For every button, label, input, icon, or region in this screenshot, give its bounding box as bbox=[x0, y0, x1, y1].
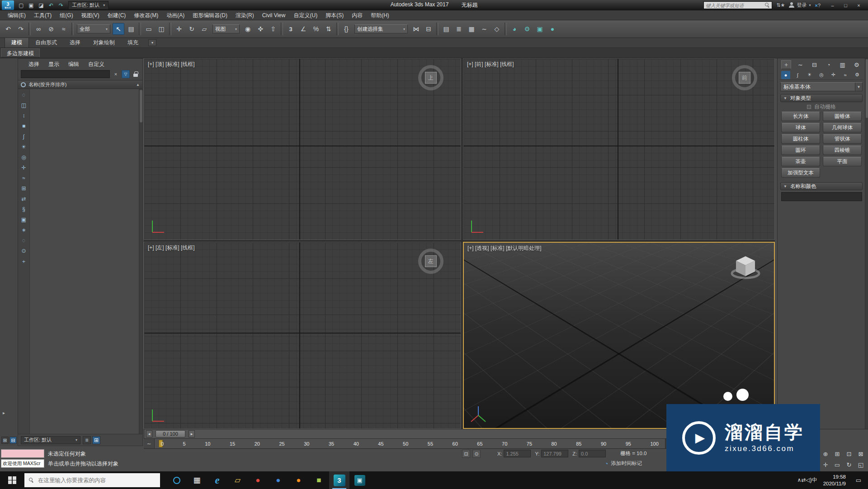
motion-tab-icon[interactable]: ◔ bbox=[824, 60, 834, 69]
primitive-button[interactable]: 圆锥体 bbox=[823, 112, 862, 121]
toolbar-separator[interactable] bbox=[436, 23, 439, 35]
ribbon-tab[interactable]: 对象绘制 bbox=[87, 38, 121, 47]
primitive-button[interactable]: 球体 bbox=[781, 123, 820, 132]
modify-tab-icon[interactable]: ∼ bbox=[795, 60, 805, 69]
ribbon-minimize-icon[interactable]: ▾ bbox=[148, 39, 156, 46]
scene-objects-list[interactable] bbox=[30, 89, 139, 434]
add-time-tag-button[interactable]: ◔ 添加时间标记 bbox=[605, 460, 642, 467]
autogrid-checkbox[interactable]: 自动栅格 bbox=[779, 102, 863, 111]
geometry-subcategory-dropdown[interactable]: 标准基本体 ▼ bbox=[780, 82, 863, 91]
coordinate-field[interactable]: 127.799 bbox=[541, 450, 568, 457]
frame-ruler[interactable]: 0510152025303540455055606570758085909510… bbox=[155, 439, 665, 448]
taskbar-search[interactable] bbox=[24, 473, 160, 487]
display-none-icon[interactable]: ◌ bbox=[20, 91, 28, 99]
filter-icon[interactable]: ▽ bbox=[122, 70, 130, 78]
render-production-icon[interactable]: ● bbox=[547, 23, 558, 35]
filter-shapes-icon[interactable]: ∫ bbox=[20, 132, 28, 141]
sort-ascending-icon[interactable]: ▲ bbox=[136, 83, 140, 87]
primitive-button[interactable]: 几何球体 bbox=[823, 123, 862, 132]
menu-item[interactable]: 编辑(E) bbox=[4, 10, 30, 20]
clear-search-icon[interactable]: × bbox=[112, 70, 120, 78]
toolbar-separator[interactable] bbox=[281, 23, 283, 35]
viewport-top[interactable]: [+] [顶] [标准] [线框] 上 bbox=[144, 58, 461, 240]
lock-icon[interactable] bbox=[132, 70, 140, 78]
filter-containers-icon[interactable]: ▣ bbox=[20, 216, 28, 224]
filter-lights-icon[interactable]: ☀ bbox=[20, 143, 28, 151]
snaps-toggle-icon[interactable]: 3 bbox=[285, 23, 297, 35]
coordinate-display[interactable]: Z: 0.0 bbox=[572, 450, 606, 457]
volume-icon[interactable]: ◁) bbox=[806, 477, 811, 483]
filter-hidden-icon[interactable]: ◌ bbox=[20, 236, 28, 244]
toolbar-separator[interactable] bbox=[28, 23, 31, 35]
bind-to-space-warp-icon[interactable]: ≈ bbox=[58, 23, 70, 35]
coordinate-display[interactable]: X: 1.255 bbox=[497, 450, 531, 457]
unlink-selection-icon[interactable]: ⊘ bbox=[45, 23, 57, 35]
scrollbar-thumb[interactable] bbox=[866, 59, 868, 118]
orbit-icon[interactable]: ↻ bbox=[844, 460, 854, 470]
ribbon-tab[interactable]: 建模 bbox=[5, 38, 29, 47]
maximize-button[interactable]: □ bbox=[840, 1, 852, 9]
expand-panel-arrow[interactable]: ▸ bbox=[3, 410, 5, 415]
app-teal-icon[interactable]: ▣ bbox=[349, 471, 370, 489]
helpers-category-icon[interactable]: ✛ bbox=[829, 71, 838, 79]
viewport-layout-icon-b[interactable]: ⊟ bbox=[9, 437, 17, 444]
scrollbar-thumb[interactable] bbox=[140, 90, 142, 122]
rendered-frame-window-icon[interactable]: ▣ bbox=[534, 23, 546, 35]
primitive-button[interactable]: 管状体 bbox=[823, 134, 862, 144]
new-scene-icon[interactable]: ▢ bbox=[17, 1, 26, 10]
menu-item[interactable]: 脚本(S) bbox=[321, 10, 348, 20]
toolbar-separator[interactable] bbox=[169, 23, 171, 35]
zoom-region-icon[interactable]: ▭ bbox=[832, 460, 843, 470]
menu-item[interactable]: 创建(C) bbox=[104, 10, 130, 20]
explorer-list-mode-icon[interactable]: ≡ bbox=[83, 436, 91, 444]
3dsmax-app-icon[interactable]: 3 bbox=[329, 471, 349, 489]
viewcube[interactable] bbox=[730, 253, 761, 281]
menu-item[interactable]: 修改器(M) bbox=[130, 10, 162, 20]
taskbar-clock[interactable]: 19:58 2020/11/9 bbox=[823, 474, 846, 487]
align-icon[interactable]: ⊟ bbox=[423, 23, 434, 35]
filter-helpers-icon[interactable]: ✛ bbox=[20, 164, 28, 172]
pan-view-icon[interactable]: ✛ bbox=[820, 460, 831, 470]
redo-quick-icon[interactable]: ↷ bbox=[57, 1, 66, 10]
minimize-button[interactable]: – bbox=[826, 1, 839, 9]
percent-snap-icon[interactable]: % bbox=[310, 23, 322, 35]
coordinate-field[interactable]: 1.255 bbox=[504, 450, 531, 457]
ribbon-tab[interactable]: 填充 bbox=[121, 38, 145, 47]
lock-explorer-icon[interactable]: ⊙ bbox=[20, 247, 28, 255]
toolbar-separator[interactable] bbox=[505, 23, 507, 35]
redo-icon[interactable]: ↷ bbox=[15, 23, 27, 35]
explorer-grid-mode-icon[interactable]: ⊞ bbox=[92, 436, 100, 444]
explorer-menu[interactable]: 显示 bbox=[44, 61, 63, 68]
viewport-layout-icon-a[interactable]: ⊞ bbox=[1, 437, 9, 444]
viewcube[interactable]: 上 bbox=[418, 65, 443, 90]
search-icon[interactable] bbox=[765, 3, 770, 8]
name-column-header[interactable]: 名称(按升序排序) ▲ bbox=[18, 80, 142, 89]
edit-named-selection-sets-icon[interactable]: {} bbox=[340, 23, 352, 35]
app-red-icon[interactable]: ● bbox=[248, 471, 268, 489]
sign-in-button[interactable]: 登录 ▾ bbox=[789, 2, 811, 9]
undo-icon[interactable]: ↶ bbox=[2, 23, 14, 35]
schematic-view-icon[interactable]: ◇ bbox=[491, 23, 503, 35]
lights-category-icon[interactable]: ☀ bbox=[805, 71, 814, 79]
maxscript-mini-listener[interactable]: 欢迎使用 MAXScr bbox=[1, 459, 44, 468]
zoom-extents-all-icon[interactable]: ⊠ bbox=[855, 449, 866, 459]
display-tab-icon[interactable]: ▥ bbox=[838, 60, 848, 69]
mini-curve-editor-icon[interactable]: ∼ bbox=[144, 439, 155, 448]
selection-filter-dropdown[interactable]: 全部 ▾ bbox=[77, 24, 110, 33]
viewport-label[interactable]: [+] [顶] [标准] [线框] bbox=[148, 61, 195, 68]
file-explorer-icon[interactable]: ▱ bbox=[227, 471, 248, 489]
viewport-label[interactable]: [+] [左] [标准] [线框] bbox=[148, 244, 195, 252]
3dsmax-logo[interactable]: 3 MAX bbox=[2, 0, 14, 10]
cortana-icon[interactable] bbox=[166, 471, 187, 489]
previous-frame-button[interactable]: ◂ bbox=[146, 430, 152, 437]
viewcube-face[interactable]: 前 bbox=[739, 72, 750, 84]
shapes-category-icon[interactable]: ∫ bbox=[793, 71, 802, 79]
spacewarps-category-icon[interactable]: ≈ bbox=[841, 71, 850, 79]
sync-status-icon[interactable]: ⇅ bbox=[776, 2, 780, 8]
panel-scrollbar[interactable] bbox=[865, 58, 868, 429]
select-and-rotate-icon[interactable]: ↻ bbox=[186, 23, 198, 35]
task-view-icon[interactable]: ▦ bbox=[187, 471, 207, 489]
filter-cameras-icon[interactable]: ◎ bbox=[20, 153, 28, 161]
macro-recorder-field[interactable] bbox=[1, 449, 44, 458]
workspace-selector[interactable]: 工作区: 默认 ▾ bbox=[68, 1, 108, 9]
